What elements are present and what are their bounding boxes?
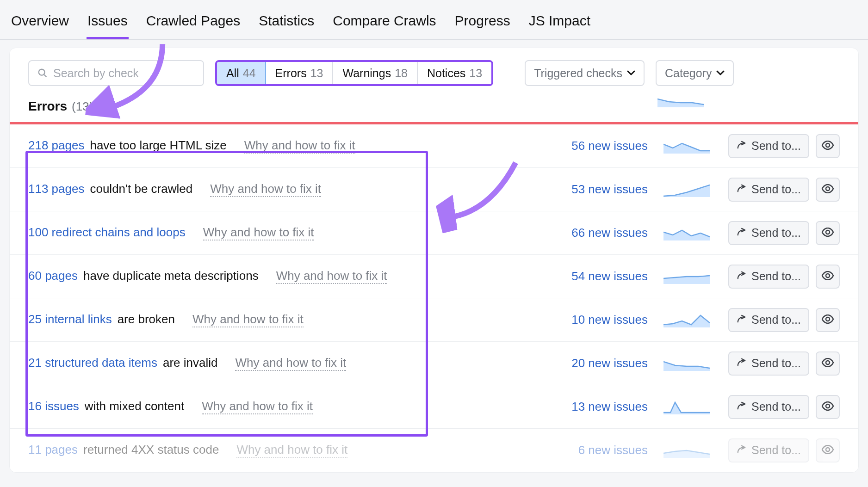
why-and-how-to-fix-link[interactable]: Why and how to fix it (202, 399, 313, 414)
new-issues-link[interactable]: 13 new issues (546, 400, 648, 414)
new-issues-link[interactable]: 6 new issues (546, 443, 648, 457)
visibility-toggle-button[interactable] (816, 178, 840, 202)
send-to-button[interactable]: Send to... (728, 308, 809, 332)
send-to-button[interactable]: Send to... (728, 134, 809, 158)
new-issues-link[interactable]: 66 new issues (546, 226, 648, 240)
why-and-how-to-fix-link[interactable]: Why and how to fix it (210, 182, 321, 197)
send-to-label: Send to... (751, 313, 801, 327)
why-and-how-to-fix-link[interactable]: Why and how to fix it (276, 269, 387, 284)
visibility-toggle-button[interactable] (816, 395, 840, 419)
issues-list: 218 pageshave too large HTML sizeWhy and… (10, 124, 858, 472)
visibility-toggle-button[interactable] (816, 221, 840, 245)
triggered-checks-label: Triggered checks (534, 67, 622, 80)
filter-label: Warnings (342, 67, 391, 80)
filter-label: Notices (427, 67, 465, 80)
send-to-button[interactable]: Send to... (728, 265, 809, 289)
issue-row: 16 issueswith mixed contentWhy and how t… (10, 385, 858, 429)
tab-statistics[interactable]: Statistics (258, 8, 315, 39)
visibility-toggle-button[interactable] (816, 308, 840, 332)
issue-text: are broken (118, 312, 175, 327)
eye-icon (821, 400, 834, 413)
tab-crawled-pages[interactable]: Crawled Pages (145, 8, 241, 39)
issue-description: 11 pagesreturned 4XX status codeWhy and … (28, 443, 546, 458)
send-to-label: Send to... (751, 226, 801, 240)
issue-link[interactable]: 113 pages (28, 182, 84, 196)
issue-text: couldn't be crawled (90, 182, 192, 196)
issue-text: with mixed content (85, 399, 184, 413)
issue-description: 25 internal linksare brokenWhy and how t… (28, 312, 546, 327)
share-arrow-icon (737, 400, 747, 413)
category-select[interactable]: Category (656, 60, 734, 86)
issue-link[interactable]: 25 internal links (28, 312, 112, 327)
visibility-toggle-button[interactable] (816, 265, 840, 289)
filter-warnings[interactable]: Warnings18 (333, 62, 417, 84)
issue-link[interactable]: 21 structured data items (28, 356, 157, 370)
triggered-checks-select[interactable]: Triggered checks (525, 60, 645, 86)
issue-link[interactable]: 16 issues (28, 399, 79, 413)
visibility-toggle-button[interactable] (816, 438, 840, 462)
filter-count: 44 (243, 67, 256, 80)
tab-overview[interactable]: Overview (10, 8, 70, 39)
why-and-how-to-fix-link[interactable]: Why and how to fix it (236, 443, 347, 458)
send-to-button[interactable]: Send to... (728, 351, 809, 376)
info-icon[interactable]: i (99, 100, 103, 113)
send-to-button[interactable]: Send to... (728, 221, 809, 245)
issues-panel: All44Errors13Warnings18Notices13 Trigger… (9, 48, 859, 473)
filter-notices[interactable]: Notices13 (418, 62, 491, 84)
share-arrow-icon (737, 270, 747, 283)
chevron-down-icon (716, 70, 725, 76)
issue-link[interactable]: 100 redirect chains and loops (28, 225, 186, 240)
eye-icon (821, 226, 834, 240)
search-input[interactable] (53, 67, 195, 80)
tab-progress[interactable]: Progress (454, 8, 511, 39)
new-issues-link[interactable]: 54 new issues (546, 269, 648, 284)
nav-tabs: OverviewIssuesCrawled PagesStatisticsCom… (0, 0, 868, 40)
filter-label: Errors (275, 67, 307, 80)
send-to-label: Send to... (751, 444, 801, 457)
why-and-how-to-fix-link[interactable]: Why and how to fix it (203, 225, 314, 240)
filter-count: 18 (395, 67, 408, 80)
visibility-toggle-button[interactable] (816, 351, 840, 376)
tab-issues[interactable]: Issues (87, 8, 129, 39)
issue-link[interactable]: 60 pages (28, 269, 78, 283)
eye-icon (821, 139, 834, 153)
visibility-toggle-button[interactable] (816, 134, 840, 158)
issue-text: are invalid (163, 356, 218, 370)
send-to-label: Send to... (751, 139, 801, 153)
tab-js-impact[interactable]: JS Impact (528, 8, 591, 39)
section-title: Errors (28, 99, 67, 114)
share-arrow-icon (737, 183, 747, 196)
new-issues-link[interactable]: 10 new issues (546, 313, 648, 327)
why-and-how-to-fix-link[interactable]: Why and how to fix it (192, 312, 304, 327)
issue-row: 113 pagescouldn't be crawledWhy and how … (10, 168, 858, 211)
issue-row: 25 internal linksare brokenWhy and how t… (10, 298, 858, 342)
send-to-button[interactable]: Send to... (728, 178, 809, 202)
chevron-down-icon (627, 70, 635, 76)
why-and-how-to-fix-link[interactable]: Why and how to fix it (235, 356, 346, 371)
tab-compare-crawls[interactable]: Compare Crawls (332, 8, 437, 39)
filter-tabs: All44Errors13Warnings18Notices13 (215, 60, 493, 86)
send-to-button[interactable]: Send to... (728, 438, 809, 462)
svg-point-4 (826, 230, 830, 234)
category-label: Category (665, 67, 712, 80)
toolbar: All44Errors13Warnings18Notices13 Trigger… (10, 48, 858, 92)
sparkline (663, 397, 710, 417)
send-to-button[interactable]: Send to... (728, 395, 809, 419)
issue-description: 60 pageshave duplicate meta descriptions… (28, 269, 546, 284)
new-issues-link[interactable]: 20 new issues (546, 356, 648, 370)
issue-link[interactable]: 218 pages (28, 138, 84, 153)
share-arrow-icon (737, 313, 747, 327)
filter-errors[interactable]: Errors13 (266, 62, 334, 84)
filter-all[interactable]: All44 (217, 62, 266, 84)
svg-point-9 (826, 448, 830, 451)
eye-icon (821, 357, 834, 370)
issue-row: 60 pageshave duplicate meta descriptions… (10, 255, 858, 298)
search-icon (37, 68, 48, 78)
share-arrow-icon (737, 357, 747, 370)
new-issues-link[interactable]: 53 new issues (546, 182, 648, 197)
search-input-wrap[interactable] (28, 60, 204, 86)
issue-link[interactable]: 11 pages (28, 443, 78, 457)
new-issues-link[interactable]: 56 new issues (546, 139, 648, 153)
why-and-how-to-fix-link[interactable]: Why and how to fix it (244, 138, 355, 154)
svg-point-6 (826, 317, 830, 321)
